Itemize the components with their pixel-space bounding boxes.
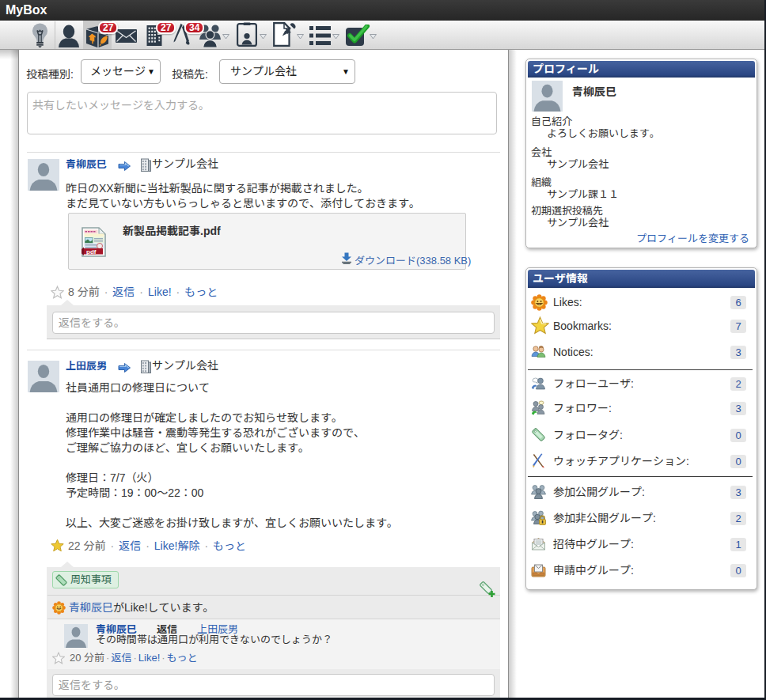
svg-text:pdf: pdf xyxy=(86,248,97,255)
